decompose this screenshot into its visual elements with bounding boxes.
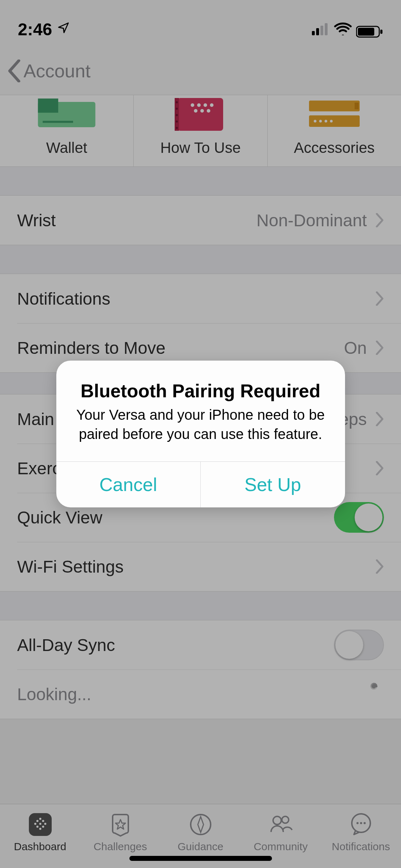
alert-message: Your Versa and your iPhone need to be pa…	[76, 405, 325, 444]
bluetooth-pairing-alert: Bluetooth Pairing Required Your Versa an…	[56, 361, 345, 507]
home-indicator[interactable]	[129, 856, 272, 861]
setup-button[interactable]: Set Up	[200, 462, 345, 507]
cancel-button[interactable]: Cancel	[56, 462, 201, 507]
alert-title: Bluetooth Pairing Required	[76, 380, 325, 402]
